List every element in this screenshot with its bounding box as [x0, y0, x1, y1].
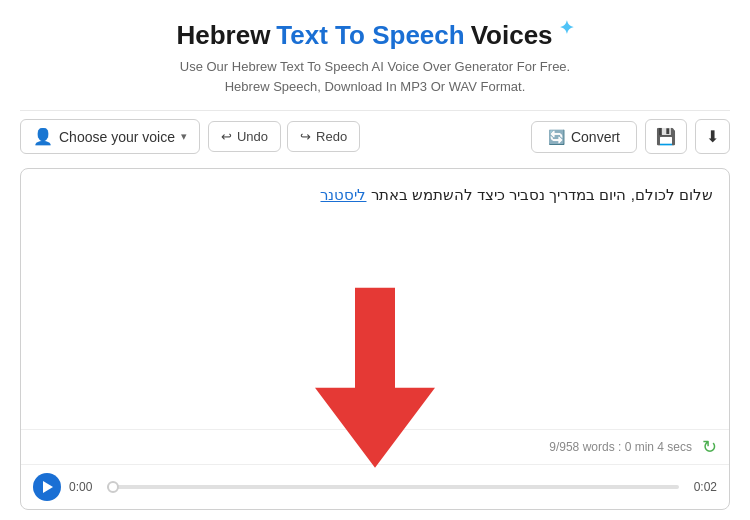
sparkle-icon: ✦: [559, 17, 574, 39]
convert-label: Convert: [571, 129, 620, 145]
subtitle-line1: Use Our Hebrew Text To Speech AI Voice O…: [180, 59, 570, 74]
audio-player: 0:00 0:02: [21, 464, 729, 509]
subtitle-line2: Hebrew Speech, Download In MP3 Or WAV Fo…: [225, 79, 526, 94]
header-section: Hebrew Text To Speech Voices✦ Use Our He…: [176, 20, 573, 96]
editor-text-link[interactable]: ליסטנר: [320, 186, 366, 203]
main-title: Hebrew Text To Speech Voices✦: [176, 20, 573, 51]
progress-bar[interactable]: [107, 485, 679, 489]
editor-footer: 9/958 words : 0 min 4 secs ↻: [21, 429, 729, 464]
voice-label: Choose your voice: [59, 129, 175, 145]
page-wrapper: Hebrew Text To Speech Voices✦ Use Our He…: [0, 0, 750, 520]
chevron-down-icon: ▾: [181, 130, 187, 143]
redo-label: Redo: [316, 129, 347, 144]
save-icon: 💾: [656, 127, 676, 146]
editor-text-main: שלום לכולם, היום במדריך נסביר כיצד להשתמ…: [366, 186, 713, 203]
redo-button[interactable]: ↪ Redo: [287, 121, 360, 152]
download-icon: ⬇: [706, 127, 719, 146]
editor-text-area[interactable]: שלום לכולם, היום במדריך נסביר כיצד להשתמ…: [21, 169, 729, 429]
title-part2: Text To Speech: [276, 20, 464, 51]
progress-handle[interactable]: [107, 481, 119, 493]
convert-button[interactable]: 🔄 Convert: [531, 121, 637, 153]
undo-label: Undo: [237, 129, 268, 144]
title-part1: Hebrew: [176, 20, 270, 51]
word-count: 9/958 words : 0 min 4 secs: [549, 440, 692, 454]
redo-icon: ↪: [300, 129, 311, 144]
play-button[interactable]: [33, 473, 61, 501]
refresh-icon[interactable]: ↻: [702, 436, 717, 458]
undo-redo-group: ↩ Undo ↪ Redo: [208, 121, 360, 152]
save-button[interactable]: 💾: [645, 119, 687, 154]
subtitle: Use Our Hebrew Text To Speech AI Voice O…: [176, 57, 573, 96]
choose-voice-button[interactable]: 👤 Choose your voice ▾: [20, 119, 200, 154]
undo-icon: ↩: [221, 129, 232, 144]
user-icon: 👤: [33, 127, 53, 146]
current-time: 0:00: [69, 480, 99, 494]
download-button[interactable]: ⬇: [695, 119, 730, 154]
editor-container: שלום לכולם, היום במדריך נסביר כיצד להשתמ…: [20, 168, 730, 510]
total-time: 0:02: [687, 480, 717, 494]
convert-icon: 🔄: [548, 129, 565, 145]
title-part3: Voices: [471, 20, 553, 51]
undo-button[interactable]: ↩ Undo: [208, 121, 281, 152]
toolbar: 👤 Choose your voice ▾ ↩ Undo ↪ Redo 🔄 Co…: [20, 110, 730, 162]
